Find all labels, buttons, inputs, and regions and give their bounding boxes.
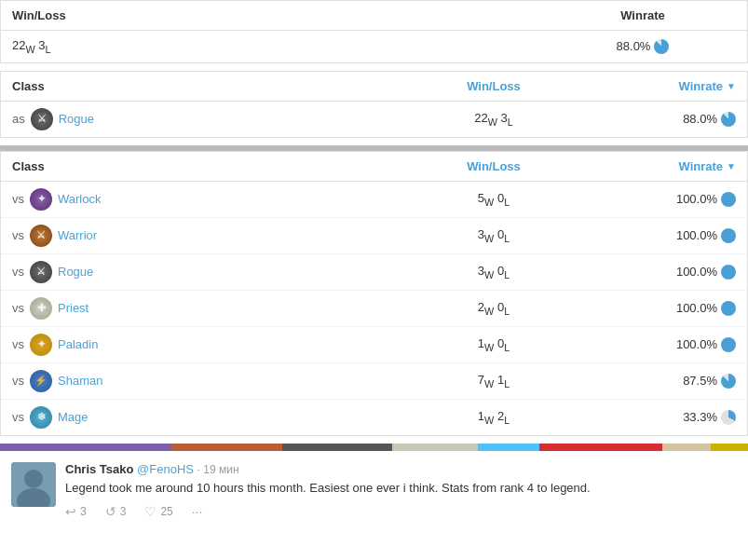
summary-wr-header: Winrate: [550, 8, 736, 22]
vs-class-cell-paladin: vs ✦ Paladin: [12, 334, 401, 356]
vs-pie-mage: [721, 410, 736, 425]
class-row-rogue: as ⚔ Rogue 22W 3L 88.0%: [1, 102, 747, 137]
mage-icon: ❄: [30, 406, 52, 429]
class-wl-col-header: Win/Loss: [401, 79, 587, 93]
tweet-actions: ↩ 3 ↺ 3 ♡ 25 ···: [65, 504, 737, 519]
class-col-header: Class: [12, 79, 401, 93]
vs-row-shaman: vs ⚡ Shaman 7W 1L 87.5%: [1, 363, 747, 400]
vs-wr-text-mage: 33.3%: [683, 410, 717, 424]
summary-winrate-pie: [654, 39, 669, 54]
vs-row-paladin: vs ✦ Paladin 1W 0L 100.0%: [1, 327, 747, 363]
vs-wl-shaman: 7W 1L: [401, 373, 587, 389]
mage-link[interactable]: Mage: [58, 410, 88, 424]
color-bar: [0, 444, 748, 451]
vs-wl-priest: 2W 0L: [401, 300, 587, 317]
vs-class-cell-warrior: vs ⚔ Warrior: [12, 225, 401, 247]
class-cell: as ⚔ Rogue: [12, 108, 401, 130]
vs-class-cell-priest: vs ✚ Priest: [12, 297, 401, 320]
svg-point-1: [24, 470, 43, 488]
tweet-avatar: [11, 462, 56, 507]
vs-wr-shaman: 87.5%: [587, 374, 736, 389]
warlock-link[interactable]: Warlock: [58, 192, 101, 206]
tweet-author: Chris Tsako: [65, 462, 133, 476]
vs-wl-rogue: 3W 0L: [401, 264, 587, 280]
vs-table-header: Class Win/Loss Winrate ▼: [1, 152, 747, 182]
vs-wl-paladin: 1W 0L: [401, 336, 587, 353]
vs-rogue-link[interactable]: Rogue: [58, 265, 93, 279]
vs-prefix: vs: [12, 410, 24, 424]
class-wr-cell: 88.0%: [587, 112, 736, 127]
shaman-icon: ⚡: [30, 370, 52, 392]
tweet-meta: Chris Tsako @FenoHS · 19 мин: [65, 462, 737, 476]
vs-wr-rogue: 100.0%: [587, 265, 736, 280]
vs-section: Class Win/Loss Winrate ▼ vs ✦ Warlock 5W…: [0, 151, 748, 436]
tweet-time: · 19 мин: [197, 463, 239, 476]
vs-wr-warlock: 100.0%: [587, 192, 736, 207]
class-wr-col-header: Winrate ▼: [587, 79, 736, 93]
summary-wr-text: 88.0%: [617, 39, 651, 53]
vs-wl-warlock: 5W 0L: [401, 191, 587, 208]
vs-sort-arrow-icon: ▼: [727, 161, 736, 171]
vs-wr-text-priest: 100.0%: [676, 301, 717, 315]
vs-pie-rogue: [721, 265, 736, 280]
vs-class-cell-mage: vs ❄ Mage: [12, 406, 401, 429]
vs-wr-mage: 33.3%: [587, 410, 736, 425]
class-wr-text: 88.0%: [683, 112, 717, 126]
summary-row: 22W 3L 88.0%: [1, 31, 747, 62]
vs-wr-priest: 100.0%: [587, 301, 736, 316]
warrior-link[interactable]: Warrior: [58, 228, 97, 242]
class-section: Class Win/Loss Winrate ▼ as ⚔ Rogue 22W …: [0, 71, 748, 138]
heart-icon: ♡: [144, 504, 156, 519]
paladin-link[interactable]: Paladin: [58, 337, 98, 351]
warrior-icon: ⚔: [30, 225, 52, 247]
vs-wr-warrior: 100.0%: [587, 228, 736, 243]
vs-wl-warrior: 3W 0L: [401, 227, 587, 244]
vs-wr-col-header: Winrate ▼: [587, 159, 736, 173]
tweet-handle[interactable]: @FenoHS: [137, 462, 194, 476]
vs-row-priest: vs ✚ Priest 2W 0L 100.0%: [1, 291, 747, 327]
vs-wr-text-warrior: 100.0%: [676, 228, 717, 242]
summary-header: Win/Loss Winrate: [1, 1, 747, 31]
tweet-content: Chris Tsako @FenoHS · 19 мин Legend took…: [65, 462, 737, 519]
vs-pie-warrior: [721, 228, 736, 243]
vs-prefix: vs: [12, 228, 24, 242]
tweet-section: Chris Tsako @FenoHS · 19 мин Legend took…: [0, 451, 748, 530]
vs-wl-col-header: Win/Loss: [401, 159, 587, 173]
rogue-link[interactable]: Rogue: [59, 112, 94, 126]
vs-wl-mage: 1W 2L: [401, 409, 587, 426]
vs-class-cell-shaman: vs ⚡ Shaman: [12, 370, 401, 392]
retweet-count: 3: [120, 505, 127, 518]
vs-prefix: vs: [12, 265, 24, 279]
vs-prefix: vs: [12, 192, 24, 206]
priest-link[interactable]: Priest: [58, 301, 88, 315]
summary-wl-text: 22W 3L: [12, 38, 51, 52]
vs-pie-shaman: [721, 374, 736, 389]
class-wl-text: 22W 3L: [474, 111, 513, 125]
vs-wr-text-warlock: 100.0%: [676, 192, 717, 206]
reply-action[interactable]: ↩ 3: [65, 504, 87, 519]
retweet-action[interactable]: ↺ 3: [105, 504, 127, 519]
more-action[interactable]: ···: [192, 504, 203, 519]
retweet-icon: ↺: [105, 504, 116, 519]
summary-wl-value: 22W 3L: [12, 38, 550, 55]
reply-count: 3: [80, 505, 87, 518]
vs-wr-paladin: 100.0%: [587, 337, 736, 352]
vs-prefix: vs: [12, 301, 24, 315]
vs-row-mage: vs ❄ Mage 1W 2L 33.3%: [1, 400, 747, 435]
vs-pie-paladin: [721, 337, 736, 352]
shaman-link[interactable]: Shaman: [58, 374, 102, 388]
class-table-header: Class Win/Loss Winrate ▼: [1, 72, 747, 102]
like-action[interactable]: ♡ 25: [144, 504, 172, 519]
paladin-icon: ✦: [30, 334, 52, 356]
warlock-icon: ✦: [30, 188, 52, 211]
summary-wr-value: 88.0%: [550, 39, 736, 54]
vs-class-col-header: Class: [12, 159, 401, 173]
sort-arrow-icon: ▼: [727, 81, 736, 91]
vs-rogue-icon: ⚔: [30, 261, 52, 283]
summary-wl-header: Win/Loss: [12, 8, 550, 22]
summary-section: Win/Loss Winrate 22W 3L 88.0%: [0, 0, 748, 63]
rogue-icon: ⚔: [31, 108, 53, 130]
vs-wr-text-shaman: 87.5%: [683, 374, 717, 388]
class-wr-pie: [721, 112, 736, 127]
vs-row-warrior: vs ⚔ Warrior 3W 0L 100.0%: [1, 218, 747, 254]
